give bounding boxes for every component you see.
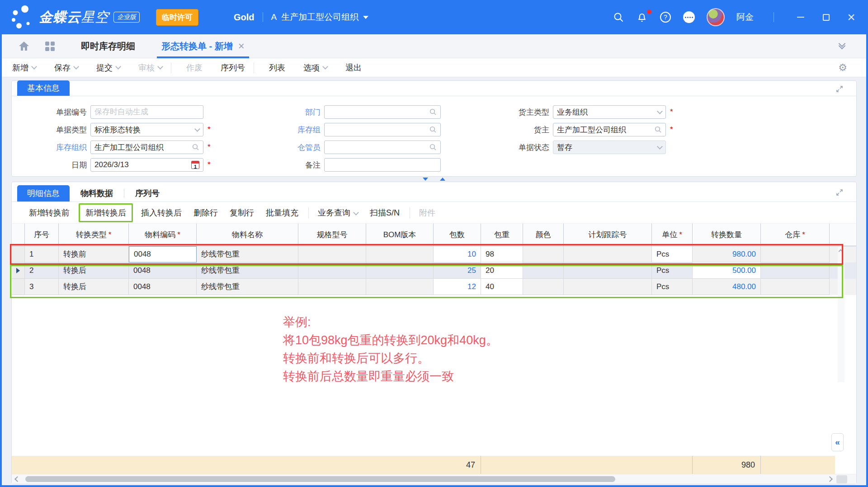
- options-button[interactable]: 选项: [297, 62, 333, 73]
- tab-detail-info[interactable]: 明细信息: [17, 185, 70, 201]
- tab-basic-info[interactable]: 基本信息: [17, 80, 70, 96]
- window-minimize-button[interactable]: [794, 10, 807, 24]
- cell-spec[interactable]: [298, 262, 366, 279]
- cell-packs[interactable]: 10: [434, 246, 481, 262]
- help-icon[interactable]: ?: [660, 11, 671, 23]
- cell-qty[interactable]: 480.00: [693, 279, 761, 295]
- cell-code[interactable]: 0048: [129, 246, 197, 262]
- apps-grid-icon[interactable]: [45, 42, 55, 51]
- home-icon[interactable]: [18, 41, 30, 52]
- search-icon[interactable]: [429, 144, 437, 151]
- header-spec[interactable]: 规格型号: [298, 224, 366, 246]
- add-before-button[interactable]: 新增转换前: [24, 207, 75, 218]
- cell-code[interactable]: 0048: [129, 262, 197, 279]
- header-packs[interactable]: 包数: [434, 224, 481, 246]
- avatar[interactable]: [707, 8, 725, 26]
- cell-name[interactable]: 纱线带包重: [197, 279, 298, 295]
- cell-plan-track[interactable]: [564, 279, 652, 295]
- scroll-up-icon[interactable]: [839, 249, 843, 254]
- stock-group-lookup[interactable]: [324, 123, 441, 136]
- insert-after-button[interactable]: 插入转换后: [136, 207, 187, 218]
- search-icon[interactable]: [655, 126, 662, 133]
- field-label-link[interactable]: 部门: [280, 107, 321, 117]
- cell-color[interactable]: [523, 262, 564, 279]
- header-unit[interactable]: 单位*: [652, 224, 693, 246]
- cell-packs[interactable]: 25: [434, 262, 481, 279]
- org-switcher[interactable]: A 生产加工型公司组织: [271, 11, 369, 23]
- bill-no-input[interactable]: [90, 105, 203, 119]
- new-button[interactable]: 新增: [6, 62, 42, 73]
- copy-row-button[interactable]: 复制行: [224, 207, 259, 218]
- cell-seq[interactable]: 2: [25, 262, 59, 279]
- cell-qty[interactable]: 980.00: [693, 246, 761, 262]
- cell-bom[interactable]: [366, 246, 434, 262]
- exit-button[interactable]: 退出: [340, 62, 368, 73]
- tab-serial-number[interactable]: 序列号: [124, 185, 170, 201]
- horizontal-scrollbar[interactable]: [12, 474, 856, 484]
- biz-query-button[interactable]: 业务查询: [312, 207, 363, 218]
- owner-type-select[interactable]: 业务组织: [553, 105, 666, 119]
- header-pack-weight[interactable]: 包重: [481, 224, 523, 246]
- date-input[interactable]: 2026/3/13: [90, 158, 203, 172]
- cell-warehouse[interactable]: [761, 262, 830, 279]
- notifications-bell-icon[interactable]: [636, 11, 648, 23]
- cell-packs[interactable]: 12: [434, 279, 481, 295]
- tab-inventory-detail[interactable]: 即时库存明细: [81, 34, 135, 58]
- serial-number-button[interactable]: 序列号: [215, 62, 251, 73]
- cell-pack-weight[interactable]: 40: [481, 279, 523, 295]
- gear-icon[interactable]: [838, 62, 847, 74]
- cell-seq[interactable]: 1: [25, 246, 59, 262]
- cell-bom[interactable]: [366, 279, 434, 295]
- row-indicator-current[interactable]: [12, 262, 25, 279]
- search-icon[interactable]: [429, 126, 437, 133]
- cell-code[interactable]: 0048: [129, 279, 197, 295]
- scroll-right-icon[interactable]: [827, 476, 833, 482]
- field-label-link[interactable]: 库存组: [280, 125, 321, 135]
- cell-color[interactable]: [523, 246, 564, 262]
- expand-panel-icon[interactable]: [835, 188, 844, 197]
- list-button[interactable]: 列表: [263, 62, 291, 73]
- cell-unit[interactable]: Pcs: [652, 262, 693, 279]
- table-row-2-selected[interactable]: 2 转换后 0048 纱线带包重 25 20 Pcs 500.00: [12, 262, 856, 279]
- header-code[interactable]: 物料编码*: [129, 224, 197, 246]
- row-indicator[interactable]: [12, 246, 25, 262]
- cell-type[interactable]: 转换前: [59, 246, 129, 262]
- keeper-lookup[interactable]: [324, 140, 441, 154]
- cell-name[interactable]: 纱线带包重: [197, 246, 298, 262]
- header-plan-track[interactable]: 计划跟踪号: [564, 224, 652, 246]
- search-icon[interactable]: [192, 144, 199, 151]
- field-label-link[interactable]: 仓管员: [280, 142, 321, 153]
- header-type[interactable]: 转换类型*: [59, 224, 129, 246]
- add-after-button-highlighted[interactable]: 新增转换后: [79, 203, 133, 222]
- cell-plan-track[interactable]: [564, 246, 652, 262]
- more-menu-icon[interactable]: [683, 11, 695, 23]
- scroll-left-icon[interactable]: [14, 476, 20, 482]
- cell-pack-weight[interactable]: 20: [481, 262, 523, 279]
- cell-color[interactable]: [523, 279, 564, 295]
- collapse-down-icon[interactable]: [423, 178, 428, 181]
- header-color[interactable]: 颜色: [523, 224, 564, 246]
- cell-qty[interactable]: 500.00: [693, 262, 761, 279]
- dept-lookup[interactable]: [324, 105, 441, 119]
- cell-type[interactable]: 转换后: [59, 279, 129, 295]
- header-qty[interactable]: 转换数量: [693, 224, 761, 246]
- header-bom[interactable]: BOM版本: [366, 224, 434, 246]
- cell-type[interactable]: 转换后: [59, 262, 129, 279]
- delete-row-button[interactable]: 删除行: [188, 207, 223, 218]
- expand-tabs-icon[interactable]: [840, 44, 844, 48]
- cell-name[interactable]: 纱线带包重: [197, 262, 298, 279]
- cell-warehouse[interactable]: [761, 279, 830, 295]
- cell-seq[interactable]: 3: [25, 279, 59, 295]
- header-seq[interactable]: 序号: [25, 224, 59, 246]
- cell-plan-track[interactable]: [564, 262, 652, 279]
- bill-type-select[interactable]: 标准形态转换: [90, 123, 203, 136]
- tab-close-icon[interactable]: [238, 40, 245, 52]
- cell-pack-weight[interactable]: 98: [481, 246, 523, 262]
- cell-spec[interactable]: [298, 246, 366, 262]
- tab-form-conversion-new[interactable]: 形态转换单 - 新增: [161, 34, 245, 58]
- calendar-icon[interactable]: [191, 161, 199, 169]
- field-label-link[interactable]: 库存组织: [24, 142, 87, 153]
- collapse-right-panel-button[interactable]: [831, 433, 844, 451]
- header-name[interactable]: 物料名称: [197, 224, 298, 246]
- row-indicator[interactable]: [12, 279, 25, 295]
